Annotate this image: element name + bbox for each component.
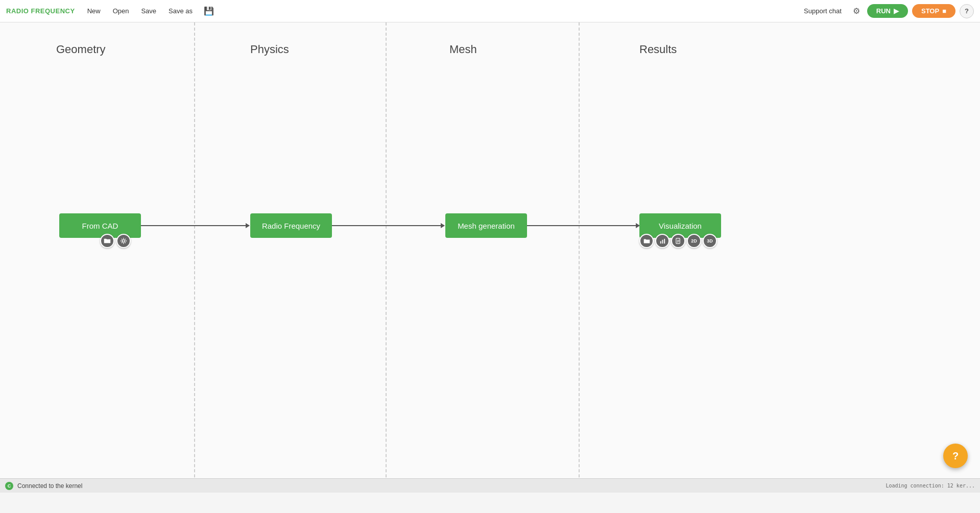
save-icon-button[interactable]: 💾 [201,4,217,18]
divider-physics-mesh [386,22,387,493]
visualization-3d-icon[interactable]: 3D [703,234,717,248]
open-button[interactable]: Open [109,5,133,17]
status-bar: C Connected to the kernel Loading connec… [0,478,980,493]
col-header-mesh: Mesh [449,43,477,56]
col-header-geometry: Geometry [56,43,106,56]
settings-button[interactable]: ⚙ [850,4,863,18]
kernel-status-message: Connected to the kernel [17,482,82,490]
visualization-folder-icon[interactable] [639,234,654,248]
main-canvas: Geometry Physics Mesh Results From CAD R… [0,22,980,493]
svg-point-0 [123,240,125,242]
arrow-1 [141,225,249,226]
visualization-chart-icon[interactable] [655,234,670,248]
svg-rect-4 [676,238,679,243]
save-as-button[interactable]: Save as [164,5,197,17]
arrow-3 [527,225,639,226]
fab-help-button[interactable]: ? [943,444,968,468]
from-cad-folder-icon[interactable] [100,234,114,248]
arrow-2 [332,225,444,226]
divider-geometry-physics [194,22,195,493]
run-label: RUN [876,7,891,15]
col-header-physics: Physics [250,43,289,56]
kernel-log: Loading connection: 12 ker... [886,483,975,488]
visualization-icons: 2D 3D [639,234,717,248]
run-button[interactable]: RUN ▶ [867,4,908,18]
support-chat-button[interactable]: Support chat [800,5,846,17]
svg-rect-1 [660,241,661,243]
from-cad-icons [100,234,131,248]
node-radio-frequency[interactable]: Radio Frequency [250,213,332,238]
toolbar: RADIO FREQUENCY New Open Save Save as 💾 … [0,0,980,22]
from-cad-settings-icon[interactable] [116,234,131,248]
svg-rect-2 [662,239,663,243]
app-brand: RADIO FREQUENCY [6,7,75,15]
divider-mesh-results [579,22,580,493]
col-header-results: Results [639,43,677,56]
run-icon: ▶ [894,7,899,15]
help-button[interactable]: ? [960,4,974,18]
new-button[interactable]: New [83,5,105,17]
save-button[interactable]: Save [137,5,160,17]
kernel-status-indicator: C [5,482,13,490]
stop-icon: ■ [942,7,946,15]
node-mesh-generation[interactable]: Mesh generation [445,213,527,238]
stop-button[interactable]: STOP ■ [912,4,955,18]
visualization-2d-icon[interactable]: 2D [687,234,701,248]
visualization-doc-icon[interactable] [671,234,685,248]
stop-label: STOP [921,7,939,15]
svg-rect-3 [664,238,665,243]
